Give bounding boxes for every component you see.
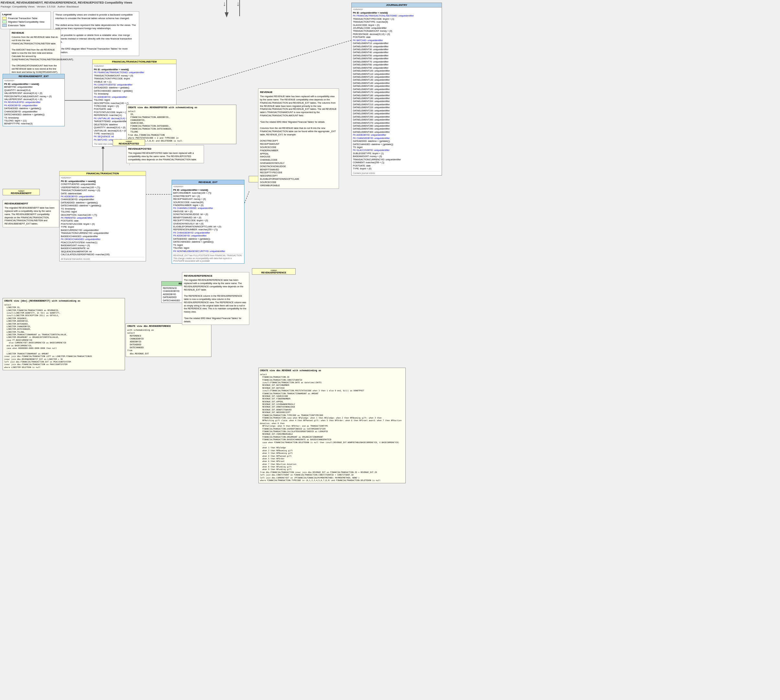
rext-dateadded: DATEADDED: datetime = (getdate()) <box>173 237 243 240</box>
ft-date: DATE: datetime/date <box>61 192 145 195</box>
ftli-constid: FK CONSTITUENTID: uniqueidentifier <box>94 83 175 86</box>
legend-label-migrated: Migrated Table/Compatibility View <box>8 20 44 23</box>
je-de190: DATAELEMENT190: uniqueidentifier <box>353 97 440 100</box>
ft-tccurrencyid: TRANSACTIONCURRENCYID: uniqueidentifier <box>61 232 145 235</box>
je-type: TYPE: tinyint = (0) <box>353 167 440 170</box>
je-de280: DATAELEMENT280: uniqueidentifier <box>353 124 440 127</box>
rrvl-line2: REVENUEREFERENCE <box>253 272 294 274</box>
rext-datechanged: DATECHANGED: datetime = (getdate()) <box>173 240 243 243</box>
rext-eligibleft: ELIGIBLEFORMATIONINGOFTCLAIM: bit = (0) <box>173 225 243 228</box>
rbe-datechanged: DATECHANGED: datetime = (getdate()) <box>4 113 63 116</box>
legend-label-financial: Financial Transaction Table <box>8 17 38 20</box>
rext-receiptamt: RECEIPTAMOUNT: money = (0) <box>173 198 243 200</box>
rext-inhouse: INHOUSE: bit = (0) <box>173 210 243 213</box>
je-note: Contains journal entries <box>353 171 440 175</box>
rbe-body: «columns» PK ID: uniqueidentifier = newi… <box>3 79 65 126</box>
ft-header: FINANCIALTRANSACTION <box>60 172 146 176</box>
create-revenuebenefit-sql: CREATE view [dbo].[REVENUEBENEFIT] with … <box>3 298 125 370</box>
ftli-id: PK ID: uniqueidentifier = newid() <box>94 68 175 71</box>
erd-title: REVENUE, REVENUEBENEFIT, REVENUEREFERENC… <box>1 1 132 4</box>
revref-note-text: The migrated REVENUEREFERENCE table has … <box>184 278 247 323</box>
rext-batchnum: BATCHNUMBER: nvarchar(100 = (?)) <box>173 192 243 194</box>
revenue-ext-body: «columns» PK ID: uniqueidentifier = newi… <box>172 185 244 263</box>
je-de260: DATAELEMENT260: uniqueidentifier <box>353 118 440 121</box>
rev-note-right-title: REVENUE <box>260 90 337 94</box>
je-id: PK ID: uniqueidentifier = newid() <box>353 11 440 14</box>
legend-item-financial: Financial Transaction Table <box>2 17 49 20</box>
je-dateadded: DATEADDED: datetime = (getdate()) <box>353 140 440 143</box>
je-de290: DATAELEMENT290: uniqueidentifier <box>353 127 440 130</box>
financialtransaction-entity: FINANCIALTRANSACTION «columns» PK ID: un… <box>59 171 146 262</box>
je-de150: DATAELEMENT150: uniqueidentifier <box>353 85 440 87</box>
je-de10: DATAELEMENT10: uniqueidentifier <box>353 42 440 45</box>
revenueposted-note: REVENUEPOSTED The migrated REVENUEPOSTED… <box>126 145 204 163</box>
ftlineitem-col-label: «columns» <box>94 65 175 68</box>
rext-ts: TS: bigint <box>173 243 243 247</box>
rext-refnumber: REFERENCENUMBER: nvarchar(255 = (?)) <box>173 228 243 231</box>
je-de200: DATAELEMENT200: uniqueidentifier <box>353 100 440 103</box>
rext-col-label: «columns» <box>173 185 243 188</box>
revenuebenefit-note-title: REVENUEBENEFIT <box>5 202 57 205</box>
ft-body: «columns» PK ID: uniqueidentifier = newi… <box>60 176 146 261</box>
je-de180: DATAELEMENT180: uniqueidentifier <box>353 94 440 97</box>
version-value: 3.5.516 <box>47 5 56 8</box>
ft-baseamount: BASEAMOUNT: money = (0) <box>61 244 145 247</box>
rbe-pctamt: PERCENTAPPLICABLEAMOUNT: money = (0) <box>4 95 63 98</box>
je-ttcode: TRANSACTIONTYPECODE: tinyint = (1) <box>353 17 440 20</box>
create-rb-code: select LINEITEM.ID, LINEITEM.FINANCIALTR… <box>4 303 123 368</box>
je-datechanged: DATECHANGED: datetime = (getdate()) <box>353 143 440 146</box>
ft-dateadded: DATEADDED: datetime = (getdate()) <box>61 201 145 204</box>
je-comment: COMMENT: nvarchar(256 = (')) <box>353 161 440 164</box>
ft-type: TYPE: tinyint <box>61 225 145 228</box>
rrvl-line1: «view» <box>253 269 294 272</box>
je-de270: DATAELEMENT270: uniqueidentifier <box>353 122 440 124</box>
ftli-dateadded: DATEADDED: datetime = getdate() <box>94 86 175 89</box>
je-glasscode: GLASSCODE: tinyint = (0) <box>353 23 440 27</box>
rext-addedby: FK ADDEDBYID: uniqueidentifier <box>173 234 243 237</box>
je-pct: PERCENTAGE: decimal(20,10) = (0) <box>353 33 440 36</box>
revenuereference-note: REVENUEREFERENCE The migrated REVENUEREF… <box>182 272 249 325</box>
rbe-id: PK ID: uniqueidentifier = newid() <box>4 83 63 85</box>
je-de210: DATAELEMENT210: uniqueidentifier <box>353 103 440 106</box>
rbl-line1: «view» <box>4 190 38 192</box>
rext-id: PK ID: uniqueidentifier = newid() <box>173 188 243 192</box>
rbe-benefitid: BENEFITID: uniqueidentifier <box>4 85 63 88</box>
rext-tslong: TSLONG: bigint <box>173 247 243 249</box>
je-ts: TS: bigint <box>353 146 440 149</box>
rbe-benefittype: BENEFITTYPE: nvarchar(3) <box>4 122 63 125</box>
je-postdate2: POSTDATE: date <box>353 164 440 167</box>
revenue-ext-entity: REVENUE_EXT «columns» PK ID: uniqueident… <box>171 180 244 264</box>
desc-text: These compatibility views are created to… <box>55 13 137 54</box>
ft-orgexchanged: FK ORGEXCHANGED: uniqueidentifier <box>61 238 145 241</box>
revenuebenefit-note-text: The migrated REVENUEBENEFIT table has be… <box>5 206 57 225</box>
ft-id: PK ID: uniqueidentifier = newid() <box>61 180 145 183</box>
je-de230: DATAELEMENT230: uniqueidentifier <box>353 109 440 112</box>
revenueposted-label-line2: REVENUEPOSTED <box>114 143 143 145</box>
je-de240: DATAELEMENT240: uniqueidentifier <box>353 112 440 115</box>
revenue-note-topleft: REVENUE Columns from the old REVENUE tab… <box>10 29 61 76</box>
rext-note: REVENUE_EXT has FULLPOSTDATE from FINANC… <box>173 253 243 263</box>
je-de250: DATAELEMENT250: uniqueidentifier <box>353 115 440 118</box>
je-de100: DATAELEMENT100: uniqueidentifier <box>353 69 440 72</box>
revenueposted-arrow-label: «view» REVENUEPOSTED <box>113 139 145 146</box>
ftli-tslong: TSLONG: bigint <box>94 98 175 102</box>
ft-psc: POSTSTATUSCODE: tinyint = (0) <box>61 223 145 225</box>
je-de130: DATAELEMENT130: uniqueidentifier <box>353 78 440 81</box>
create-revenueposted-code: select ID, FINANCIALTRANSACTION.ADDEDBYI… <box>128 110 235 143</box>
page-container: REVENUE, REVENUEBENEFIT, REVENUEREFERENC… <box>0 0 780 700</box>
je-tccurrencyid: TRANSACTIONCURRENCYID: uniqueidentifier <box>353 158 440 161</box>
flow-arrow-2: ↓ <box>236 0 239 7</box>
je-de300: DATAELEMENT300: uniqueidentifier <box>353 130 440 133</box>
rbe-changedby: CHANGEDBYID: uniqueidentifier <box>4 110 63 113</box>
ftli-datechanged: DATECHANGED: datetime = getdate() <box>94 89 175 92</box>
je-ta: TRANSACTIONAMOUNT: money = (0) <box>353 30 440 32</box>
je-de30: DATAELEMENT30: uniqueidentifier <box>353 48 440 51</box>
revenueposted-label-line1: «view» <box>114 140 143 143</box>
je-jcode: JOURNALCODE: uniqueidentifier <box>353 27 440 30</box>
rev-note-right-text: The migrated REVENUE table has been repl… <box>260 95 337 187</box>
rbe-qty: QUANTITY: decimal(20,4) <box>4 89 63 92</box>
je-sublegdetype: SUBLEGDETYPE: tinyint = (1) <box>353 152 440 155</box>
ft-addedby: FK ADDEDBYID: uniqueidentifier <box>61 195 145 198</box>
je-de160: DATAELEMENT160: uniqueidentifier <box>353 88 440 91</box>
je-ftliid: FK FINANCIALTRANSACTIONLINEITEMID: uniqu… <box>353 14 440 17</box>
